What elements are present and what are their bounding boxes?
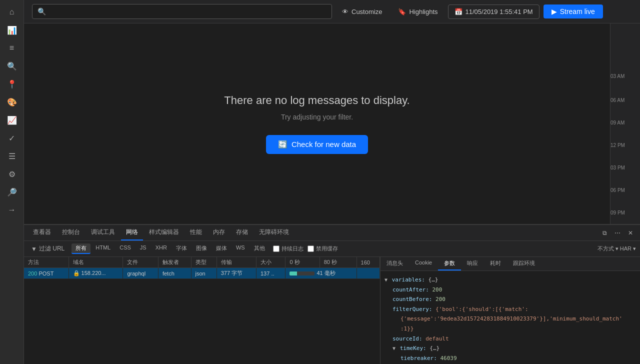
search-icon: 🔍 [38, 8, 46, 16]
highlights-label: Highlights [409, 8, 438, 16]
devtools-more-button[interactable]: ⋯ [612, 228, 623, 238]
devtools-controls: ⧉ ⋯ ✕ [599, 228, 636, 238]
sidebar-icon-analytics[interactable]: 📊 [4, 22, 20, 38]
devtools-close-button[interactable]: ✕ [625, 228, 636, 238]
timeline-label-12pm: 12 PM [610, 142, 629, 148]
net-tab-other[interactable]: 其他 [250, 244, 269, 254]
cell-type: json [191, 268, 216, 279]
net-tab-css[interactable]: CSS [116, 244, 135, 254]
toolbar: 🔍 message :9edea32d157242831884910023379… [24, 0, 640, 24]
network-table-container[interactable]: 方法 域名 文件 触发者 类型 传输 大小 0 秒 80 秒 160 [24, 257, 380, 364]
tab-viewer[interactable]: 查看器 [28, 225, 56, 240]
net-tab-xhr[interactable]: XHR [152, 244, 171, 254]
req-tab-trace[interactable]: 跟踪环境 [507, 257, 541, 270]
col-type[interactable]: 类型 [191, 257, 216, 268]
sidebar-icon-canvas[interactable]: 🎨 [4, 94, 20, 110]
col-file[interactable]: 文件 [123, 257, 158, 268]
tree-tiebreaker: tiebreaker: 46039 [400, 354, 636, 364]
request-details-tabs: 消息头 Cookie 参数 响应 耗时 跟踪环境 [380, 257, 640, 271]
tab-network[interactable]: 网络 [121, 225, 143, 240]
col-size[interactable]: 大小 [256, 257, 286, 268]
tab-console[interactable]: 控制台 [57, 225, 85, 240]
req-tab-cookies[interactable]: Cookie [409, 257, 438, 270]
persist-log-checkbox[interactable]: 持续日志 [273, 245, 304, 252]
timeline-label-03am: 03 AM [610, 74, 628, 79]
network-type-tabs: 所有 HTML CSS JS XHR 字体 图像 媒体 WS 其他 [72, 244, 268, 254]
sidebar-icon-search2[interactable]: 🔎 [4, 184, 20, 200]
stream-live-button[interactable]: ▶ Stream live [544, 4, 603, 18]
net-tab-html[interactable]: HTML [92, 244, 114, 254]
customize-button[interactable]: 👁 Customize [336, 5, 388, 18]
req-tab-timing[interactable]: 耗时 [484, 257, 507, 270]
highlight-icon: 🔖 [398, 8, 406, 16]
net-tab-all[interactable]: 所有 [72, 244, 90, 254]
refresh-icon: 🔄 [278, 140, 288, 149]
col-domain[interactable]: 域名 [68, 257, 123, 268]
devtools-copy-button[interactable]: ⧉ [599, 228, 610, 238]
tab-accessibility[interactable]: 无障碍环境 [254, 225, 294, 240]
net-tab-media[interactable]: 媒体 [212, 244, 231, 254]
sidebar-icon-rules[interactable]: ✓ [4, 130, 20, 146]
check-new-data-label: Check for new data [292, 140, 356, 148]
col-method[interactable]: 方法 [24, 257, 68, 268]
check-new-data-button[interactable]: 🔄 Check for new data [266, 135, 368, 154]
tree-countbefore: countBefore: 200 [392, 294, 636, 304]
tab-debugger[interactable]: 调试工具 [86, 225, 120, 240]
req-tab-params[interactable]: 参数 [438, 257, 461, 270]
sidebar-icon-discover[interactable]: 🔍 [4, 58, 20, 74]
filter-button[interactable]: ▼ 过滤 URL [28, 243, 68, 254]
tree-countafter: countAfter: 200 [392, 285, 636, 295]
devtools-bottom-row: 方法 域名 文件 触发者 类型 传输 大小 0 秒 80 秒 160 [24, 257, 640, 364]
eye-icon: 👁 [342, 8, 348, 16]
stream-live-label: Stream live [560, 8, 595, 16]
req-tab-headers[interactable]: 消息头 [380, 257, 409, 270]
customize-label: Customize [352, 8, 382, 16]
req-tab-response[interactable]: 响应 [461, 257, 484, 270]
tree-filterquery-value: {'message':'9edea32d15724283188491002337… [400, 314, 636, 324]
tree-filterquery: filterQuery: {'bool':{'should':[{'match'… [392, 304, 636, 314]
net-tab-image[interactable]: 图像 [192, 244, 211, 254]
timeline-label-06pm: 06 PM [610, 188, 629, 193]
timeline-label-09pm: 09 PM [610, 210, 629, 216]
cell-domain: 🔒 158.220... [68, 268, 123, 279]
sidebar-icon-maps[interactable]: 📍 [4, 76, 20, 92]
no-messages-subtitle: Try adjusting your filter. [281, 113, 353, 121]
cell-160 [356, 268, 380, 279]
sidebar-icon-home[interactable]: ⌂ [4, 4, 20, 20]
tab-style-editor[interactable]: 样式编辑器 [144, 225, 184, 240]
search-input[interactable]: message :9edea32d157242831884910023379 [50, 8, 326, 16]
log-messages-area: There are no log messages to display. Tr… [24, 24, 610, 224]
timeline-label-03pm: 03 PM [610, 165, 629, 170]
col-80s[interactable]: 80 秒 [320, 257, 356, 268]
tree-variables[interactable]: ▼ variables: {…} [384, 275, 636, 285]
tree-timekey[interactable]: ▼ timeKey: {…} [392, 344, 636, 354]
net-tab-font[interactable]: 字体 [172, 244, 191, 254]
col-160[interactable]: 160 [356, 257, 380, 268]
sidebar-icon-list[interactable]: ☰ [4, 148, 20, 164]
net-tab-ws[interactable]: WS [232, 244, 249, 254]
tab-performance[interactable]: 性能 [185, 225, 207, 240]
disable-cache-checkbox[interactable]: 禁用缓存 [308, 245, 338, 252]
no-messages-title: There are no log messages to display. [224, 94, 410, 107]
tab-storage[interactable]: 存储 [231, 225, 253, 240]
har-dropdown[interactable]: 不方式 ▾ HAR ▾ [598, 245, 636, 252]
sidebar-icon-settings[interactable]: ⚙ [4, 166, 20, 182]
col-transfer[interactable]: 传输 [216, 257, 256, 268]
search-bar[interactable]: 🔍 message :9edea32d157242831884910023379 [32, 4, 332, 19]
datetime-button[interactable]: 📅 11/05/2019 1:55:41 PM [448, 4, 540, 19]
highlights-button[interactable]: 🔖 Highlights [392, 5, 444, 18]
net-tab-js[interactable]: JS [136, 244, 150, 254]
sidebar-icon-streams[interactable]: ≡ [4, 40, 20, 56]
network-table: 方法 域名 文件 触发者 类型 传输 大小 0 秒 80 秒 160 [24, 257, 380, 279]
sidebar: ⌂ 📊 ≡ 🔍 📍 🎨 📈 ✓ ☰ ⚙ 🔎 → [0, 0, 24, 364]
network-table-area: 方法 域名 文件 触发者 类型 传输 大小 0 秒 80 秒 160 [24, 257, 380, 364]
tab-memory[interactable]: 内存 [208, 225, 230, 240]
sidebar-icon-graph[interactable]: 📈 [4, 112, 20, 128]
col-initiator[interactable]: 触发者 [158, 257, 191, 268]
table-row[interactable]: 200 POST 🔒 158.220... graphql fetch json… [24, 268, 380, 279]
log-content: There are no log messages to display. Tr… [24, 24, 640, 224]
sidebar-icon-arrow[interactable]: → [4, 202, 20, 218]
calendar-icon: 📅 [454, 8, 462, 16]
col-0s[interactable]: 0 秒 [286, 257, 320, 268]
request-details-content: ▼ variables: {…} countAfter: 200 countBe… [380, 271, 640, 364]
